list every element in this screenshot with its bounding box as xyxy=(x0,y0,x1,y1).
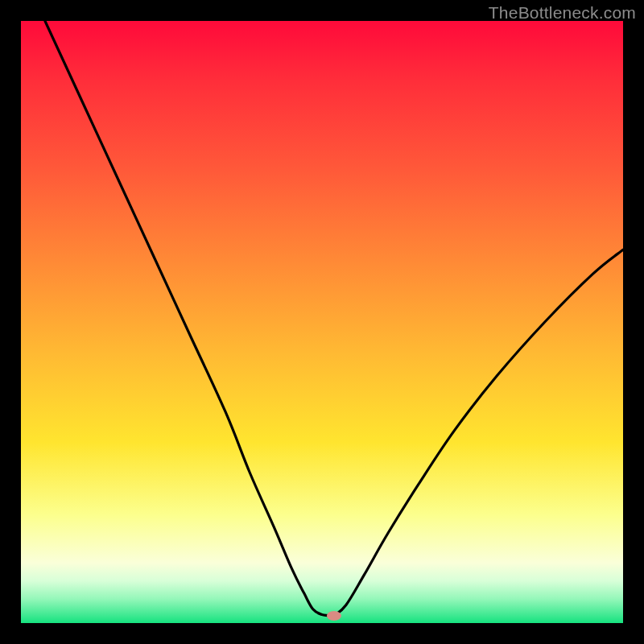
watermark-text: TheBottleneck.com xyxy=(489,3,636,23)
vertex-marker xyxy=(327,611,341,621)
curve-left-branch xyxy=(45,21,334,616)
curve-right-branch xyxy=(334,250,623,616)
bottleneck-curve xyxy=(21,21,623,623)
chart-plot-area xyxy=(21,21,623,623)
